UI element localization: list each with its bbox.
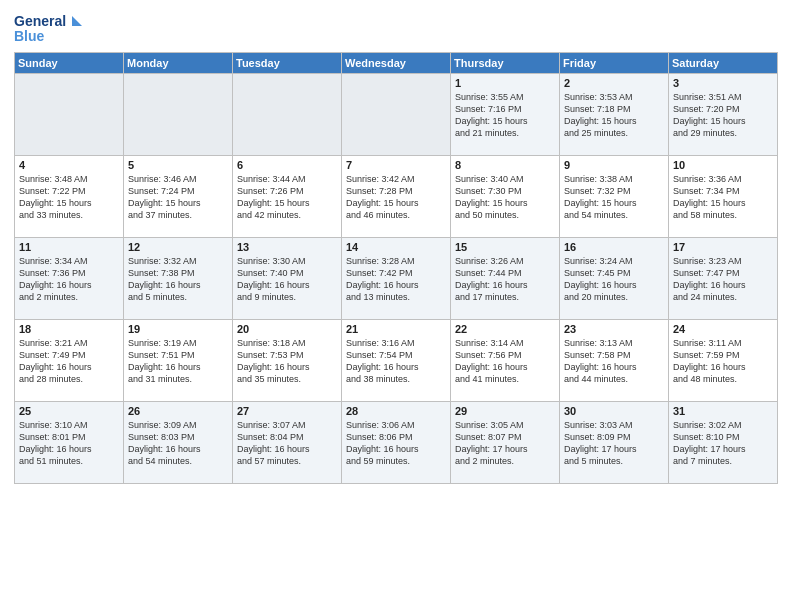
day-info: Sunrise: 3:55 AM Sunset: 7:16 PM Dayligh… [455, 91, 555, 140]
day-info: Sunrise: 3:11 AM Sunset: 7:59 PM Dayligh… [673, 337, 773, 386]
day-number: 9 [564, 159, 664, 171]
day-number: 27 [237, 405, 337, 417]
calendar-cell: 26Sunrise: 3:09 AM Sunset: 8:03 PM Dayli… [124, 402, 233, 484]
day-info: Sunrise: 3:46 AM Sunset: 7:24 PM Dayligh… [128, 173, 228, 222]
calendar-cell: 16Sunrise: 3:24 AM Sunset: 7:45 PM Dayli… [560, 238, 669, 320]
calendar-cell: 1Sunrise: 3:55 AM Sunset: 7:16 PM Daylig… [451, 74, 560, 156]
day-number: 13 [237, 241, 337, 253]
weekday-header-row: SundayMondayTuesdayWednesdayThursdayFrid… [15, 53, 778, 74]
day-number: 22 [455, 323, 555, 335]
day-number: 1 [455, 77, 555, 89]
day-info: Sunrise: 3:30 AM Sunset: 7:40 PM Dayligh… [237, 255, 337, 304]
day-info: Sunrise: 3:36 AM Sunset: 7:34 PM Dayligh… [673, 173, 773, 222]
weekday-header-saturday: Saturday [669, 53, 778, 74]
calendar-cell [233, 74, 342, 156]
day-number: 21 [346, 323, 446, 335]
calendar-cell: 19Sunrise: 3:19 AM Sunset: 7:51 PM Dayli… [124, 320, 233, 402]
day-info: Sunrise: 3:03 AM Sunset: 8:09 PM Dayligh… [564, 419, 664, 468]
logo-svg: GeneralBlue [14, 10, 84, 46]
day-number: 11 [19, 241, 119, 253]
calendar-cell [342, 74, 451, 156]
calendar-cell: 13Sunrise: 3:30 AM Sunset: 7:40 PM Dayli… [233, 238, 342, 320]
day-number: 17 [673, 241, 773, 253]
day-number: 8 [455, 159, 555, 171]
day-info: Sunrise: 3:44 AM Sunset: 7:26 PM Dayligh… [237, 173, 337, 222]
calendar-cell: 23Sunrise: 3:13 AM Sunset: 7:58 PM Dayli… [560, 320, 669, 402]
calendar-cell: 10Sunrise: 3:36 AM Sunset: 7:34 PM Dayli… [669, 156, 778, 238]
calendar-cell: 14Sunrise: 3:28 AM Sunset: 7:42 PM Dayli… [342, 238, 451, 320]
calendar-cell: 17Sunrise: 3:23 AM Sunset: 7:47 PM Dayli… [669, 238, 778, 320]
calendar-cell: 20Sunrise: 3:18 AM Sunset: 7:53 PM Dayli… [233, 320, 342, 402]
calendar-cell [15, 74, 124, 156]
day-number: 18 [19, 323, 119, 335]
weekday-header-sunday: Sunday [15, 53, 124, 74]
day-number: 31 [673, 405, 773, 417]
day-info: Sunrise: 3:32 AM Sunset: 7:38 PM Dayligh… [128, 255, 228, 304]
calendar-cell: 5Sunrise: 3:46 AM Sunset: 7:24 PM Daylig… [124, 156, 233, 238]
weekday-header-tuesday: Tuesday [233, 53, 342, 74]
calendar-cell: 4Sunrise: 3:48 AM Sunset: 7:22 PM Daylig… [15, 156, 124, 238]
calendar-cell: 25Sunrise: 3:10 AM Sunset: 8:01 PM Dayli… [15, 402, 124, 484]
calendar-cell: 9Sunrise: 3:38 AM Sunset: 7:32 PM Daylig… [560, 156, 669, 238]
calendar-cell: 2Sunrise: 3:53 AM Sunset: 7:18 PM Daylig… [560, 74, 669, 156]
calendar-cell: 18Sunrise: 3:21 AM Sunset: 7:49 PM Dayli… [15, 320, 124, 402]
day-number: 7 [346, 159, 446, 171]
day-number: 10 [673, 159, 773, 171]
svg-text:General: General [14, 13, 66, 29]
weekday-header-monday: Monday [124, 53, 233, 74]
day-number: 29 [455, 405, 555, 417]
day-number: 16 [564, 241, 664, 253]
calendar-cell: 30Sunrise: 3:03 AM Sunset: 8:09 PM Dayli… [560, 402, 669, 484]
day-info: Sunrise: 3:26 AM Sunset: 7:44 PM Dayligh… [455, 255, 555, 304]
day-info: Sunrise: 3:51 AM Sunset: 7:20 PM Dayligh… [673, 91, 773, 140]
weekday-header-wednesday: Wednesday [342, 53, 451, 74]
day-number: 5 [128, 159, 228, 171]
day-info: Sunrise: 3:42 AM Sunset: 7:28 PM Dayligh… [346, 173, 446, 222]
calendar-cell: 27Sunrise: 3:07 AM Sunset: 8:04 PM Dayli… [233, 402, 342, 484]
day-number: 12 [128, 241, 228, 253]
week-row-5: 25Sunrise: 3:10 AM Sunset: 8:01 PM Dayli… [15, 402, 778, 484]
calendar-cell: 21Sunrise: 3:16 AM Sunset: 7:54 PM Dayli… [342, 320, 451, 402]
day-info: Sunrise: 3:02 AM Sunset: 8:10 PM Dayligh… [673, 419, 773, 468]
day-number: 3 [673, 77, 773, 89]
calendar-cell [124, 74, 233, 156]
day-number: 19 [128, 323, 228, 335]
calendar-cell: 8Sunrise: 3:40 AM Sunset: 7:30 PM Daylig… [451, 156, 560, 238]
day-info: Sunrise: 3:23 AM Sunset: 7:47 PM Dayligh… [673, 255, 773, 304]
calendar-cell: 6Sunrise: 3:44 AM Sunset: 7:26 PM Daylig… [233, 156, 342, 238]
day-info: Sunrise: 3:05 AM Sunset: 8:07 PM Dayligh… [455, 419, 555, 468]
calendar-cell: 3Sunrise: 3:51 AM Sunset: 7:20 PM Daylig… [669, 74, 778, 156]
svg-marker-2 [72, 16, 82, 26]
day-number: 14 [346, 241, 446, 253]
day-number: 2 [564, 77, 664, 89]
calendar-cell: 29Sunrise: 3:05 AM Sunset: 8:07 PM Dayli… [451, 402, 560, 484]
day-info: Sunrise: 3:21 AM Sunset: 7:49 PM Dayligh… [19, 337, 119, 386]
calendar: SundayMondayTuesdayWednesdayThursdayFrid… [14, 52, 778, 484]
week-row-2: 4Sunrise: 3:48 AM Sunset: 7:22 PM Daylig… [15, 156, 778, 238]
day-number: 24 [673, 323, 773, 335]
week-row-1: 1Sunrise: 3:55 AM Sunset: 7:16 PM Daylig… [15, 74, 778, 156]
calendar-cell: 22Sunrise: 3:14 AM Sunset: 7:56 PM Dayli… [451, 320, 560, 402]
day-info: Sunrise: 3:38 AM Sunset: 7:32 PM Dayligh… [564, 173, 664, 222]
page: GeneralBlue SundayMondayTuesdayWednesday… [0, 0, 792, 612]
calendar-cell: 28Sunrise: 3:06 AM Sunset: 8:06 PM Dayli… [342, 402, 451, 484]
day-info: Sunrise: 3:53 AM Sunset: 7:18 PM Dayligh… [564, 91, 664, 140]
calendar-cell: 11Sunrise: 3:34 AM Sunset: 7:36 PM Dayli… [15, 238, 124, 320]
day-info: Sunrise: 3:28 AM Sunset: 7:42 PM Dayligh… [346, 255, 446, 304]
day-info: Sunrise: 3:19 AM Sunset: 7:51 PM Dayligh… [128, 337, 228, 386]
calendar-cell: 15Sunrise: 3:26 AM Sunset: 7:44 PM Dayli… [451, 238, 560, 320]
calendar-cell: 12Sunrise: 3:32 AM Sunset: 7:38 PM Dayli… [124, 238, 233, 320]
day-number: 20 [237, 323, 337, 335]
header: GeneralBlue [14, 10, 778, 46]
weekday-header-thursday: Thursday [451, 53, 560, 74]
calendar-cell: 7Sunrise: 3:42 AM Sunset: 7:28 PM Daylig… [342, 156, 451, 238]
week-row-4: 18Sunrise: 3:21 AM Sunset: 7:49 PM Dayli… [15, 320, 778, 402]
day-number: 26 [128, 405, 228, 417]
day-info: Sunrise: 3:13 AM Sunset: 7:58 PM Dayligh… [564, 337, 664, 386]
day-number: 30 [564, 405, 664, 417]
day-info: Sunrise: 3:07 AM Sunset: 8:04 PM Dayligh… [237, 419, 337, 468]
day-number: 4 [19, 159, 119, 171]
day-info: Sunrise: 3:34 AM Sunset: 7:36 PM Dayligh… [19, 255, 119, 304]
week-row-3: 11Sunrise: 3:34 AM Sunset: 7:36 PM Dayli… [15, 238, 778, 320]
day-number: 6 [237, 159, 337, 171]
